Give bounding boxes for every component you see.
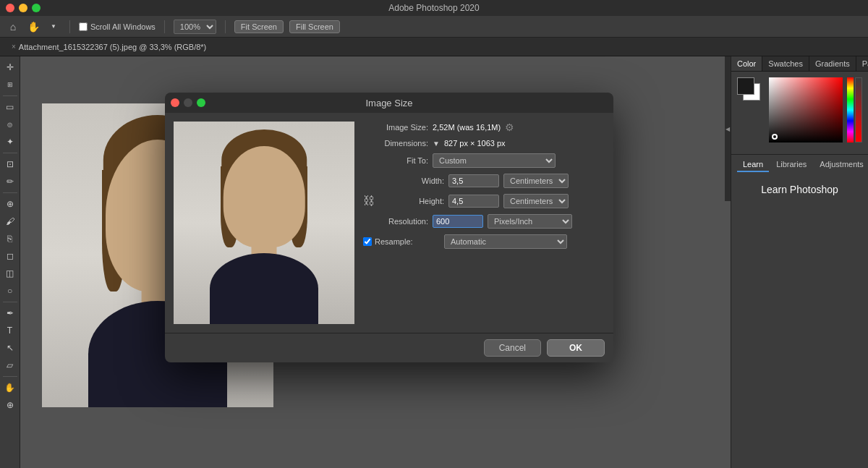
dialog-form: Image Size: 2,52M (was 16,1M) ⚙ Dimensio… xyxy=(363,122,605,324)
close-button[interactable] xyxy=(6,4,14,12)
tab-adjustments[interactable]: Adjustments xyxy=(814,158,868,172)
app-title: Adobe Photoshop 2020 xyxy=(388,3,479,13)
eyedropper-tool-icon[interactable]: ✏ xyxy=(2,174,18,190)
type-tool-icon[interactable]: T xyxy=(2,323,18,339)
move-tool-icon[interactable]: ✛ xyxy=(2,59,18,75)
dimensions-value: 827 px × 1063 px xyxy=(444,139,506,148)
foreground-color-swatch[interactable] xyxy=(737,77,754,95)
image-size-value: 2,52M (was 16,1M) xyxy=(433,123,501,132)
dropdown-icon[interactable]: ▼ xyxy=(46,20,61,34)
tab-swatches[interactable]: Swatches xyxy=(762,56,809,71)
artboard-tool-icon[interactable]: ⊞ xyxy=(2,77,18,93)
chain-link-icon: ⛓ xyxy=(363,195,375,208)
image-size-row: Image Size: 2,52M (was 16,1M) ⚙ xyxy=(363,122,605,133)
magic-wand-icon[interactable]: ✦ xyxy=(2,134,18,150)
hue-slider[interactable] xyxy=(847,77,854,142)
traffic-lights xyxy=(6,4,41,12)
maximize-button[interactable] xyxy=(32,4,41,12)
document-tab[interactable]: × Attachment_1615322367 (5).jpeg @ 33,3%… xyxy=(6,38,212,56)
scroll-all-windows-checkbox[interactable]: Scroll All Windows xyxy=(79,22,156,31)
panel-color-tabs: Color Swatches Gradients Patterns xyxy=(731,56,868,72)
resolution-label: Resolution: xyxy=(363,217,428,226)
fit-to-label: Fit To: xyxy=(363,156,428,165)
fit-to-select[interactable]: Custom Original Size Letter (8.5 x 11 in… xyxy=(433,153,556,168)
dialog-title: Image Size xyxy=(365,98,412,109)
panel-collapse-handle[interactable]: ◀ xyxy=(725,56,731,201)
brush-tool-icon[interactable]: 🖌 xyxy=(2,213,18,229)
tab-gradients[interactable]: Gradients xyxy=(809,56,856,71)
resample-checkbox-label[interactable]: Resample: xyxy=(363,237,440,246)
dimensions-label: Dimensions: xyxy=(363,139,428,148)
dialog-min-button[interactable] xyxy=(184,98,192,107)
lasso-tool-icon[interactable]: ⌾ xyxy=(2,116,18,132)
panel-section-tabs: Learn Libraries Adjustments xyxy=(731,155,868,172)
shape-tool-icon[interactable]: ▱ xyxy=(2,357,18,373)
resolution-unit-select[interactable]: Pixels/Inch Pixels/Centimeter xyxy=(488,214,572,229)
color-gradient-overlay xyxy=(769,77,843,142)
dialog-preview xyxy=(174,122,354,324)
height-unit-select[interactable]: Centimeters Pixels Inches xyxy=(503,194,569,208)
eraser-icon[interactable]: ◻ xyxy=(2,248,18,264)
tab-filename: Attachment_1615322367 (5).jpeg @ 33,3% (… xyxy=(19,43,206,51)
color-picker-cursor xyxy=(772,134,778,140)
zoom-tool-icon[interactable]: ⊕ xyxy=(2,397,18,413)
height-label: Height: xyxy=(379,197,444,205)
resolution-input[interactable] xyxy=(433,215,483,228)
path-select-icon[interactable]: ↖ xyxy=(2,340,18,356)
tool-separator-2 xyxy=(3,153,17,153)
width-unit-select[interactable]: Centimeters Pixels Inches xyxy=(503,174,569,188)
fit-to-row: Fit To: Custom Original Size Letter (8.5… xyxy=(363,153,605,168)
resample-select[interactable]: Automatic Preserve Details Bicubic Smoot… xyxy=(444,234,567,249)
tab-libraries[interactable]: Libraries xyxy=(770,158,812,172)
tab-color[interactable]: Color xyxy=(731,56,762,71)
marquee-tool-icon[interactable]: ▭ xyxy=(2,99,18,115)
healing-tool-icon[interactable]: ⊕ xyxy=(2,196,18,212)
zoom-select[interactable]: 100% xyxy=(174,20,216,34)
resolution-row: Resolution: Pixels/Inch Pixels/Centimete… xyxy=(363,214,605,229)
hand-tool-icon[interactable]: ✋ xyxy=(26,20,41,34)
canvas-area: Image Size Image Size xyxy=(20,56,731,468)
learn-title: Learn Photoshop xyxy=(731,178,868,201)
main-toolbar: ⌂ ✋ ▼ Scroll All Windows 100% Fit Screen… xyxy=(0,16,868,38)
home-icon[interactable]: ⌂ xyxy=(6,20,20,34)
height-input[interactable] xyxy=(448,195,499,208)
fill-screen-button[interactable]: Fill Screen xyxy=(289,20,340,33)
resample-row: Resample: Automatic Preserve Details Bic… xyxy=(363,234,605,249)
right-panel: ◀ Color Swatches Gradients Patterns xyxy=(731,56,868,468)
pen-tool-icon[interactable]: ✒ xyxy=(2,305,18,321)
width-row: Width: Centimeters Pixels Inches xyxy=(363,174,605,188)
tab-patterns[interactable]: Patterns xyxy=(856,56,868,71)
image-size-dialog: Image Size Image Size xyxy=(165,93,613,362)
dialog-content: Image Size: 2,52M (was 16,1M) ⚙ Dimensio… xyxy=(165,113,613,333)
tab-close-icon[interactable]: × xyxy=(12,43,16,51)
color-saturation-gradient[interactable] xyxy=(769,77,843,142)
resample-label: Resample: xyxy=(375,237,440,246)
cancel-button[interactable]: Cancel xyxy=(484,339,541,357)
dodge-tool-icon[interactable]: ○ xyxy=(2,283,18,299)
tab-learn[interactable]: Learn xyxy=(737,158,769,172)
title-bar: Adobe Photoshop 2020 xyxy=(0,0,868,16)
clone-stamp-icon[interactable]: ⎘ xyxy=(2,231,18,247)
gear-button[interactable]: ⚙ xyxy=(505,122,514,133)
left-toolbar: ✛ ⊞ ▭ ⌾ ✦ ⊡ ✏ ⊕ 🖌 ⎘ ◻ ◫ ○ ✒ T ↖ ▱ ✋ ⊕ xyxy=(0,56,20,468)
tool-separator-4 xyxy=(3,302,17,302)
toolbar-divider-3 xyxy=(225,20,226,33)
toolbar-divider-2 xyxy=(164,20,165,33)
opacity-slider[interactable] xyxy=(855,77,862,142)
hand-pan-icon[interactable]: ✋ xyxy=(2,380,18,396)
gradient-tool-icon[interactable]: ◫ xyxy=(2,265,18,281)
fit-screen-button[interactable]: Fit Screen xyxy=(234,20,284,33)
ok-button[interactable]: OK xyxy=(547,339,605,357)
crop-tool-icon[interactable]: ⊡ xyxy=(2,156,18,172)
width-label: Width: xyxy=(379,176,444,185)
dialog-buttons: Cancel OK xyxy=(165,333,613,362)
color-swatches-row xyxy=(737,77,862,144)
resample-checkbox[interactable] xyxy=(363,237,372,246)
dialog-max-button[interactable] xyxy=(197,98,205,107)
color-picker-gradient-row xyxy=(769,77,862,144)
dialog-close-button[interactable] xyxy=(171,98,179,107)
tool-separator xyxy=(3,95,17,96)
minimize-button[interactable] xyxy=(19,4,27,12)
color-gradient-area xyxy=(769,77,862,144)
width-input[interactable] xyxy=(448,174,499,187)
